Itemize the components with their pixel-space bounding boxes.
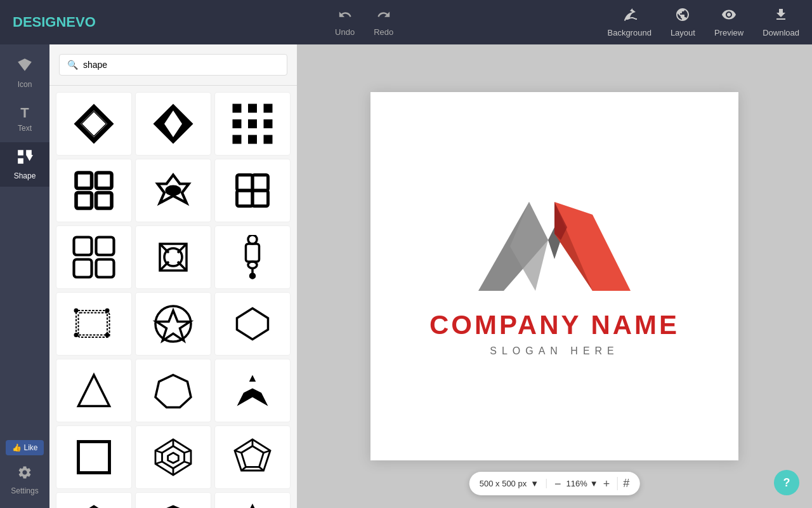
layout-icon: [675, 7, 690, 25]
svg-point-38: [105, 333, 110, 337]
svg-rect-6: [264, 104, 273, 113]
zoom-level-selector[interactable]: 116% ▼: [566, 479, 598, 488]
shape-item[interactable]: [56, 425, 132, 489]
layout-button[interactable]: Layout: [671, 7, 695, 37]
svg-rect-17: [237, 190, 253, 206]
svg-marker-45: [162, 446, 185, 469]
shape-item[interactable]: [135, 292, 211, 356]
svg-rect-1: [233, 119, 242, 128]
svg-rect-7: [233, 135, 242, 144]
shape-item[interactable]: [214, 359, 291, 422]
shape-item[interactable]: [135, 359, 211, 422]
shape-item[interactable]: [56, 359, 132, 422]
sidebar-icon-label: Icon: [18, 80, 32, 89]
svg-rect-21: [96, 260, 114, 277]
background-icon: [622, 7, 637, 25]
sidebar-item-text[interactable]: T Text: [0, 98, 49, 139]
shape-item[interactable]: [56, 225, 132, 289]
shape-item[interactable]: [214, 92, 291, 156]
shape-item[interactable]: [135, 159, 211, 222]
svg-point-13: [165, 185, 181, 196]
svg-marker-40: [237, 309, 268, 340]
shape-item[interactable]: [214, 492, 291, 508]
settings-label: Settings: [11, 486, 38, 495]
logo: DESIGNEVO: [13, 14, 96, 30]
zoom-in-button[interactable]: +: [603, 478, 610, 490]
shape-item[interactable]: [135, 425, 211, 489]
search-icon: 🔍: [67, 60, 78, 70]
redo-button[interactable]: Redo: [374, 8, 393, 37]
grid-button[interactable]: #: [617, 477, 629, 490]
diamond-icon: [16, 57, 33, 77]
svg-marker-54: [242, 446, 264, 467]
settings-icon: [17, 465, 32, 484]
zoom-chevron-icon: ▼: [590, 479, 598, 488]
svg-line-52: [155, 451, 162, 453]
redo-icon: [377, 8, 391, 25]
svg-line-25: [178, 244, 187, 253]
company-name-red: NAME: [591, 310, 679, 340]
search-input[interactable]: [83, 60, 279, 70]
shape-item[interactable]: [56, 159, 132, 222]
undo-icon: [338, 8, 352, 25]
company-name: COMPANY NAME: [429, 310, 679, 340]
sidebar-item-settings[interactable]: Settings: [0, 458, 49, 502]
layout-label: Layout: [671, 28, 695, 37]
shape-item[interactable]: [56, 292, 132, 356]
shape-item[interactable]: [135, 92, 211, 156]
svg-rect-29: [246, 244, 259, 262]
svg-rect-8: [264, 135, 273, 144]
sidebar-item-icon[interactable]: Icon: [0, 51, 49, 95]
topbar: DESIGNEVO Undo Redo Background Layout: [0, 0, 812, 44]
shape-item[interactable]: [214, 425, 291, 489]
svg-line-26: [160, 262, 169, 271]
sidebar-text-label: Text: [18, 124, 32, 133]
main-area: Icon T Text Shape 👍 Like Settings: [0, 44, 812, 508]
svg-line-49: [185, 462, 192, 464]
svg-rect-15: [252, 190, 268, 206]
undo-button[interactable]: Undo: [335, 8, 355, 37]
svg-rect-11: [76, 193, 92, 209]
shape-item[interactable]: [135, 225, 211, 289]
background-label: Background: [607, 28, 651, 37]
canvas-board: COMPANY NAME SLOGAN HERE: [370, 92, 738, 460]
logo-black: DESIGN: [13, 14, 66, 30]
download-button[interactable]: Download: [763, 7, 799, 37]
fb-thumb-icon: 👍: [12, 443, 22, 452]
logo-graphic: [466, 196, 643, 297]
size-chevron-icon: ▼: [530, 479, 539, 488]
left-sidebar: Icon T Text Shape 👍 Like Settings: [0, 44, 49, 508]
shape-item[interactable]: [56, 92, 132, 156]
svg-rect-0: [248, 104, 257, 113]
undo-label: Undo: [335, 27, 355, 37]
svg-rect-19: [96, 237, 114, 255]
size-selector[interactable]: 500 x 500 px ▼: [480, 479, 547, 488]
svg-rect-33: [79, 313, 110, 338]
svg-rect-9: [76, 173, 92, 189]
shape-item[interactable]: [214, 159, 291, 222]
shape-item[interactable]: [135, 492, 211, 508]
svg-point-32: [251, 274, 255, 278]
fb-like-button[interactable]: 👍 Like: [6, 440, 44, 455]
svg-rect-14: [237, 175, 253, 191]
sidebar-item-shape[interactable]: Shape: [0, 142, 49, 187]
svg-line-27: [178, 262, 187, 271]
canvas-area: COMPANY NAME SLOGAN HERE 500 x 500 px ▼ …: [297, 44, 812, 508]
svg-marker-80: [510, 202, 548, 291]
shape-item[interactable]: [56, 492, 132, 508]
shape-item[interactable]: [214, 225, 291, 289]
preview-icon: [721, 7, 737, 25]
text-icon: T: [20, 105, 29, 121]
help-button[interactable]: ?: [774, 470, 799, 495]
search-bar: 🔍: [49, 44, 297, 86]
svg-point-37: [74, 333, 79, 337]
svg-line-48: [185, 451, 192, 453]
background-button[interactable]: Background: [607, 7, 651, 37]
svg-rect-43: [79, 442, 110, 473]
shapes-grid: [49, 86, 297, 508]
zoom-out-button[interactable]: −: [554, 478, 561, 490]
shape-item[interactable]: [214, 292, 291, 356]
svg-rect-10: [96, 173, 112, 189]
svg-line-24: [160, 244, 169, 253]
preview-button[interactable]: Preview: [714, 7, 743, 37]
